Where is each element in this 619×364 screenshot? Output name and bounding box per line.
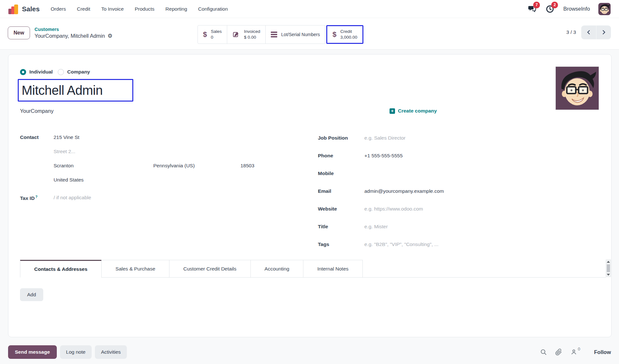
field-row-job-position: Job Position e.g. Sales Director <box>318 135 540 153</box>
stat-button-lot-serial[interactable]: Lot/Serial Numbers <box>266 25 325 44</box>
website-field[interactable]: e.g. https://www.odoo.com <box>364 206 423 212</box>
state-field[interactable]: Pennsylvania (US) <box>153 163 240 169</box>
chevron-right-icon <box>602 30 606 35</box>
stat-button-group: $ Sales 0 Invoiced $ 0.00 <box>198 25 363 44</box>
street2-field[interactable]: Street 2... <box>54 149 75 154</box>
tax-id-label: Tax ID? <box>20 195 54 201</box>
search-messages-icon[interactable] <box>540 349 547 356</box>
help-question-icon[interactable]: ? <box>35 195 37 199</box>
attachment-paperclip-icon[interactable] <box>555 349 562 356</box>
user-name[interactable]: BrowseInfo <box>563 6 590 12</box>
street-field[interactable]: 215 Vine St <box>54 134 79 140</box>
stat-button-sales[interactable]: $ Sales 0 <box>198 25 227 44</box>
app-name[interactable]: Sales <box>22 5 40 13</box>
menu-reporting[interactable]: Reporting <box>166 6 187 12</box>
customer-name-input[interactable]: Mitchell Admin <box>18 79 133 102</box>
field-row-city: Scranton Pennsylvania (US) 18503 <box>20 163 278 177</box>
list-icon <box>271 32 277 37</box>
follow-button[interactable]: Follow <box>594 349 611 355</box>
scroll-up-arrow-icon[interactable] <box>607 261 610 263</box>
pager-count: 3 / 3 <box>566 29 576 35</box>
tab-contacts-addresses[interactable]: Contacts & Addresses <box>20 260 102 278</box>
top-navbar: Sales Orders Credit To Invoice Products … <box>0 0 619 18</box>
radio-company-label[interactable]: Company <box>67 69 90 75</box>
customer-photo[interactable] <box>555 66 599 110</box>
field-row-contact: Contact 215 Vine St <box>20 134 278 149</box>
activities-icon[interactable]: 2 <box>545 4 555 14</box>
create-company-button[interactable]: + Create company <box>390 108 437 114</box>
followers-icon[interactable]: 0 <box>570 349 580 356</box>
activities-button[interactable]: Activities <box>95 345 127 359</box>
customer-photo-image <box>556 67 599 110</box>
tab-internal-notes[interactable]: Internal Notes <box>303 260 363 278</box>
chatter-tools: 0 Follow <box>540 349 611 356</box>
contact-detail-fields: Job Position e.g. Sales Director Phone +… <box>318 135 540 259</box>
log-note-button[interactable]: Log note <box>60 345 92 359</box>
radio-company[interactable] <box>58 69 64 75</box>
stat-button-credit[interactable]: $ Credit 3,000.00 <box>326 25 363 44</box>
parent-company-field[interactable]: YourCompany <box>20 108 54 114</box>
form-sheet: Individual Company Mitchell Admin YourCo… <box>8 54 612 337</box>
chevron-left-icon <box>586 30 591 35</box>
email-field[interactable]: admin@yourcompany.example.com <box>364 188 444 194</box>
contact-label: Contact <box>20 134 54 140</box>
job-position-label: Job Position <box>318 135 364 141</box>
breadcrumb-current-label: YourCompany, Mitchell Admin <box>35 33 105 39</box>
field-row-phone: Phone +1 555-555-5555 <box>318 153 540 171</box>
stat-sales-value: 0 <box>211 34 222 40</box>
scroll-down-arrow-icon[interactable] <box>607 274 610 276</box>
tags-label: Tags <box>318 241 364 247</box>
field-row-tags: Tags e.g. "B2B", "VIP", "Consulting", ..… <box>318 241 540 259</box>
scrollbar-thumb[interactable] <box>607 264 610 272</box>
phone-field[interactable]: +1 555-555-5555 <box>364 153 403 159</box>
new-button[interactable]: New <box>8 26 30 39</box>
city-field[interactable]: Scranton <box>54 163 153 169</box>
notebook-tabs: Contacts & Addresses Sales & Purchase Cu… <box>20 260 606 278</box>
mobile-label: Mobile <box>318 171 364 176</box>
title-field[interactable]: e.g. Mister <box>364 224 388 230</box>
breadcrumb-customers-link[interactable]: Customers <box>35 27 113 32</box>
tags-field[interactable]: e.g. "B2B", "VIP", "Consulting", ... <box>364 241 438 247</box>
field-row-email: Email admin@yourcompany.example.com <box>318 188 540 206</box>
sales-app-logo-icon[interactable] <box>8 4 18 14</box>
radio-individual[interactable] <box>20 69 26 75</box>
radio-company-option[interactable]: Company <box>58 69 90 75</box>
dollar-icon: $ <box>332 30 336 39</box>
gear-icon[interactable]: ⚙ <box>107 33 112 39</box>
zip-field[interactable]: 18503 <box>240 163 254 169</box>
tab-customer-credit-details[interactable]: Customer Credit Details <box>169 260 251 278</box>
field-row-tax-id: Tax ID? / if not applicable <box>20 195 278 209</box>
dollar-icon: $ <box>203 30 207 39</box>
address-fields: Contact 215 Vine St Street 2... Scranton… <box>20 134 278 209</box>
pager-previous-button[interactable] <box>581 25 596 39</box>
control-panel: New Customers YourCompany, Mitchell Admi… <box>0 18 619 50</box>
title-label: Title <box>318 224 364 230</box>
messages-badge: 7 <box>533 2 540 8</box>
pager-next-button[interactable] <box>596 25 611 39</box>
messages-icon[interactable]: 7 <box>527 4 537 14</box>
tab-sales-purchase[interactable]: Sales & Purchase <box>101 260 169 278</box>
vertical-scrollbar[interactable] <box>606 260 611 277</box>
send-message-button[interactable]: Send message <box>8 345 57 359</box>
menu-orders[interactable]: Orders <box>51 6 66 12</box>
customer-name: Mitchell Admin <box>22 83 103 98</box>
stat-sales-label: Sales <box>211 29 222 34</box>
breadcrumb-area: New Customers YourCompany, Mitchell Admi… <box>8 26 112 39</box>
menu-configuration[interactable]: Configuration <box>198 6 228 12</box>
activities-badge: 2 <box>551 2 558 8</box>
stat-invoiced-value: $ 0.00 <box>244 34 260 40</box>
stat-credit-label: Credit <box>340 29 357 34</box>
tab-accounting[interactable]: Accounting <box>250 260 304 278</box>
user-avatar[interactable] <box>598 3 611 15</box>
tax-id-field[interactable]: / if not applicable <box>54 195 91 201</box>
radio-individual-label[interactable]: Individual <box>29 69 53 75</box>
stat-button-invoiced[interactable]: Invoiced $ 0.00 <box>227 25 266 44</box>
menu-products[interactable]: Products <box>135 6 154 12</box>
radio-individual-option[interactable]: Individual <box>20 69 53 75</box>
menu-credit[interactable]: Credit <box>77 6 90 12</box>
country-field[interactable]: United States <box>54 177 84 183</box>
job-position-field[interactable]: e.g. Sales Director <box>364 135 406 141</box>
add-contact-button[interactable]: Add <box>20 288 43 301</box>
menu-to-invoice[interactable]: To Invoice <box>101 6 124 12</box>
plus-square-icon: + <box>390 108 395 114</box>
